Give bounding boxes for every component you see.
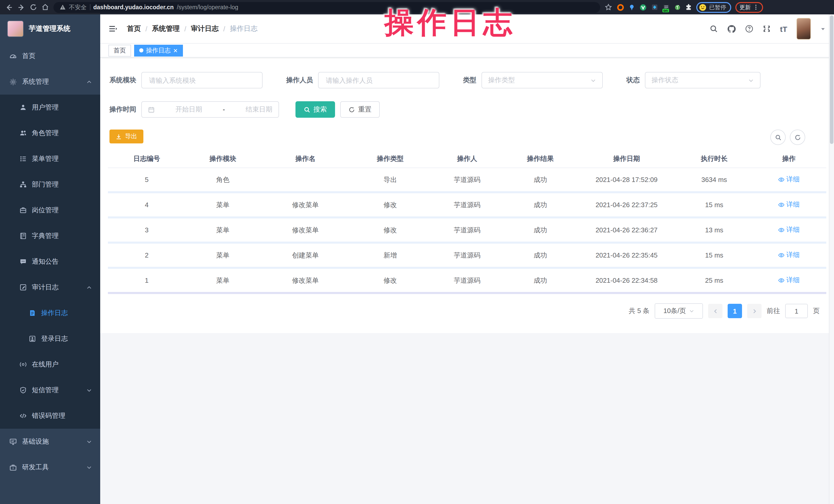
error-code-icon bbox=[20, 412, 27, 419]
tab-operate-log[interactable]: 操作日志 bbox=[134, 44, 183, 56]
extension-orange-icon[interactable] bbox=[617, 3, 624, 11]
chevron-down-icon bbox=[86, 439, 92, 444]
fullscreen-icon[interactable] bbox=[763, 25, 771, 33]
sidebar-item-error-code[interactable]: 错误码管理 bbox=[0, 403, 100, 429]
eye-icon bbox=[778, 277, 785, 284]
module-input[interactable] bbox=[141, 72, 263, 88]
back-icon[interactable] bbox=[5, 3, 13, 11]
logo-image bbox=[7, 21, 24, 37]
search-icon[interactable] bbox=[710, 25, 718, 33]
type-select[interactable]: 操作类型 bbox=[482, 72, 603, 88]
date-range-input[interactable]: 开始日期 - 结束日期 bbox=[141, 101, 279, 118]
table-row: 4 菜单 修改菜单 修改 芋道源码 成功 2021-04-26 22:37:25… bbox=[108, 193, 826, 218]
filter-row-1: 系统模块 操作人员 类型 操作类型 状态 操作状态 bbox=[109, 72, 761, 88]
breadcrumb: 首页 / 系统管理 / 审计日志 / 操作日志 bbox=[127, 24, 258, 34]
tab-active-dot bbox=[139, 48, 144, 52]
chrome-menu-icon[interactable] bbox=[753, 4, 759, 10]
eye-icon bbox=[778, 252, 785, 259]
sidebar-item-operate-log[interactable]: 操作日志 bbox=[0, 300, 100, 326]
prev-page-button[interactable] bbox=[708, 304, 723, 318]
online-user-icon bbox=[20, 361, 27, 368]
extension-pin-icon[interactable] bbox=[629, 4, 635, 10]
sidebar-item-infra[interactable]: 基础设施 bbox=[0, 429, 100, 454]
chevron-down-icon bbox=[689, 308, 694, 313]
url-divider bbox=[90, 4, 90, 10]
export-button[interactable]: 导出 bbox=[109, 130, 144, 144]
scrollbar-thumb[interactable] bbox=[830, 16, 833, 144]
page-size-select[interactable]: 10条/页 bbox=[655, 303, 703, 319]
search-button[interactable]: 搜索 bbox=[295, 101, 335, 118]
detail-link[interactable]: 详细 bbox=[778, 200, 800, 210]
reset-button[interactable]: 重置 bbox=[340, 101, 380, 118]
home-icon[interactable] bbox=[42, 4, 49, 11]
detail-link[interactable]: 详细 bbox=[778, 225, 800, 235]
extension-v-icon[interactable] bbox=[639, 3, 647, 11]
url-path: /system/log/operate-log bbox=[177, 4, 238, 10]
paused-label: 已暂停 bbox=[709, 3, 726, 11]
table-header-row: 日志编号 操作模块 操作名 操作类型 操作人 操作结果 操作日期 执行时长 操作 bbox=[108, 150, 826, 168]
address-bar[interactable]: 不安全 dashboard.yudao.iocoder.cn /system/l… bbox=[53, 2, 600, 13]
breadcrumb-system[interactable]: 系统管理 bbox=[152, 24, 180, 34]
bookmark-star-icon[interactable] bbox=[605, 4, 612, 11]
table-row: 3 菜单 修改菜单 修改 芋道源码 成功 2021-04-26 22:36:27… bbox=[108, 218, 826, 244]
goto-page-input[interactable] bbox=[785, 304, 808, 318]
sidebar-item-user-mgmt[interactable]: 用户管理 bbox=[0, 94, 100, 120]
sidebar-collapse-icon[interactable] bbox=[108, 24, 118, 34]
post-icon bbox=[20, 206, 27, 214]
chevron-down-icon bbox=[86, 464, 92, 470]
extension-dark-on-icon[interactable]: on bbox=[662, 3, 670, 11]
chevron-down-icon bbox=[590, 78, 596, 83]
avatar[interactable] bbox=[796, 18, 811, 40]
update-button[interactable]: 更新 bbox=[736, 2, 763, 13]
status-select[interactable]: 操作状态 bbox=[645, 72, 761, 88]
sidebar-item-dev-tools[interactable]: 研发工具 bbox=[0, 454, 100, 480]
next-page-button[interactable] bbox=[747, 304, 762, 318]
breadcrumb-home[interactable]: 首页 bbox=[127, 24, 141, 34]
sidebar: 芋道管理系统 首页 系统管理 用户管理 角色管理 菜单管理 bbox=[0, 15, 100, 504]
security-label: 不安全 bbox=[69, 3, 87, 11]
page-scrollbar[interactable] bbox=[829, 15, 834, 504]
chevron-down-icon bbox=[86, 387, 92, 393]
reload-icon[interactable] bbox=[30, 4, 37, 11]
page-number-current[interactable]: 1 bbox=[728, 304, 742, 318]
system-submenu: 用户管理 角色管理 菜单管理 部门管理 岗位管理 字典管理 bbox=[0, 94, 100, 429]
extensions-row: on 已暂停 更新 bbox=[617, 2, 763, 13]
detail-link[interactable]: 详细 bbox=[778, 250, 800, 260]
filter-operator-label: 操作人员 bbox=[286, 75, 313, 85]
sidebar-item-home[interactable]: 首页 bbox=[0, 43, 100, 69]
infra-icon bbox=[9, 438, 17, 445]
sidebar-item-role-mgmt[interactable]: 角色管理 bbox=[0, 120, 100, 146]
tab-home[interactable]: 首页 bbox=[108, 44, 131, 56]
sidebar-item-login-log[interactable]: 登录日志 bbox=[0, 326, 100, 352]
table-row: 2 菜单 创建菜单 新增 芋道源码 成功 2021-04-26 22:35:45… bbox=[108, 244, 826, 269]
filter-row-2: 操作时间 开始日期 - 结束日期 搜索 重置 bbox=[109, 101, 380, 118]
refresh-table-icon[interactable] bbox=[790, 130, 805, 145]
font-size-icon[interactable]: tT bbox=[780, 24, 787, 33]
sidebar-item-dept-mgmt[interactable]: 部门管理 bbox=[0, 172, 100, 197]
detail-link[interactable]: 详细 bbox=[778, 276, 800, 285]
sidebar-item-online-users[interactable]: 在线用户 bbox=[0, 352, 100, 377]
sidebar-item-post-mgmt[interactable]: 岗位管理 bbox=[0, 197, 100, 223]
sidebar-item-notice[interactable]: 通知公告 bbox=[0, 249, 100, 275]
extensions-puzzle-icon[interactable] bbox=[685, 4, 692, 11]
extension-green-icon[interactable] bbox=[674, 4, 681, 10]
operator-input[interactable] bbox=[318, 72, 439, 88]
toggle-search-icon[interactable] bbox=[770, 130, 786, 145]
app-logo: 芋道管理系统 bbox=[0, 15, 100, 43]
sidebar-item-system[interactable]: 系统管理 bbox=[0, 69, 100, 94]
chevron-down-icon[interactable] bbox=[820, 26, 826, 31]
table-row: 5 角色 导出 芋道源码 成功 2021-04-28 17:52:09 3634… bbox=[108, 168, 826, 193]
extension-paused-badge[interactable]: 已暂停 bbox=[696, 2, 731, 13]
sidebar-item-sms-mgmt[interactable]: 短信管理 bbox=[0, 377, 100, 403]
sidebar-item-menu-mgmt[interactable]: 菜单管理 bbox=[0, 146, 100, 172]
detail-link[interactable]: 详细 bbox=[778, 175, 800, 184]
forward-icon[interactable] bbox=[18, 3, 25, 11]
extension-gem-icon[interactable] bbox=[651, 4, 658, 11]
sidebar-item-audit-log[interactable]: 审计日志 bbox=[0, 275, 100, 300]
help-icon[interactable] bbox=[745, 25, 753, 33]
sidebar-item-dict-mgmt[interactable]: 字典管理 bbox=[0, 223, 100, 249]
close-icon[interactable] bbox=[173, 48, 178, 53]
github-icon[interactable] bbox=[727, 24, 736, 33]
breadcrumb-audit[interactable]: 审计日志 bbox=[191, 24, 219, 34]
chevron-up-icon bbox=[86, 285, 92, 290]
